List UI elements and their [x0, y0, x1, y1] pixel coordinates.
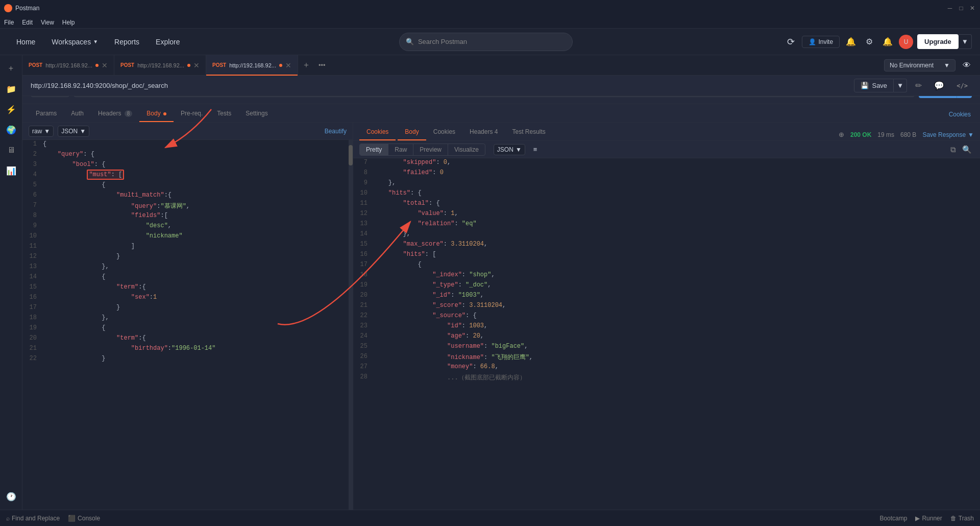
copy-icon-button[interactable]: ⧉: [948, 144, 958, 155]
save-response-label: Save Response: [922, 131, 966, 138]
response-body[interactable]: 7 "skipped": 0, 8 "failed": 0 9 }, 10 "h…: [353, 158, 980, 510]
tab1-url: http://192.168.92...: [45, 62, 92, 68]
resp-tab-body[interactable]: Body: [398, 124, 426, 140]
code-content: 1{ 2 "query": { 3 "bool": { 4 "must": [ …: [22, 140, 349, 510]
tab-3[interactable]: POST http://192.168.92... ✕: [206, 55, 298, 76]
resp-tab-cookies[interactable]: Cookies: [426, 124, 462, 140]
resp-line-24: 24 "age": 20,: [353, 332, 980, 342]
resp-tab-test-results[interactable]: Test Results: [505, 124, 552, 140]
request-tabs: Params Auth Headers 8 Body Pre-req. Test…: [22, 104, 980, 123]
search-box[interactable]: 🔍 Search Postman: [399, 33, 573, 51]
request-code-editor[interactable]: 1{ 2 "query": { 3 "bool": { 4 "must": [ …: [22, 140, 353, 510]
code-line-5: 5 {: [22, 181, 349, 191]
menubar: File Edit View Help: [0, 16, 980, 29]
search-placeholder: Search Postman: [418, 38, 467, 45]
sidebar-new-icon[interactable]: +: [2, 59, 20, 78]
language-selector[interactable]: JSON ▼: [58, 126, 89, 137]
request-body-panel: raw ▼ JSON ▼ Beautify 1{ 2 "query": { 3 …: [22, 123, 353, 510]
notifications-icon[interactable]: 🔔: [844, 35, 858, 49]
nav-home[interactable]: Home: [8, 34, 43, 50]
sidebar-history-icon[interactable]: 🕐: [2, 487, 20, 506]
beautify-button[interactable]: Beautify: [325, 124, 347, 139]
invite-button[interactable]: 👤Invite: [802, 36, 840, 48]
code-line-21: 21 "birthday":"1996-01-14": [22, 344, 349, 354]
app-name: Postman: [15, 5, 39, 12]
search-response-button[interactable]: 🔍: [960, 144, 974, 155]
raw-tab[interactable]: Raw: [388, 144, 413, 155]
req-body-toolbar: raw ▼ JSON ▼ Beautify: [22, 123, 353, 140]
menu-help[interactable]: Help: [62, 19, 75, 26]
sidebar-apis-icon[interactable]: ⚡: [2, 100, 20, 118]
sidebar-mockservers-icon[interactable]: 🖥: [2, 141, 20, 159]
runner-item[interactable]: ▶ Runner: [915, 515, 942, 522]
sync-icon[interactable]: ⟳: [783, 35, 798, 49]
find-replace-label: Find and Replace: [12, 515, 60, 522]
close-button[interactable]: ✕: [969, 5, 976, 12]
console-item[interactable]: ⬛ Console: [68, 515, 100, 522]
response-format-selector[interactable]: JSON ▼: [494, 144, 525, 155]
code-line-7: 7 "query":"慕课网",: [22, 201, 349, 211]
tab-1[interactable]: POST http://192.168.92... ✕: [22, 55, 114, 76]
tab3-method: POST: [212, 62, 226, 68]
resp-tab-cookies-left[interactable]: Cookies: [359, 124, 396, 140]
req-tab-settings[interactable]: Settings: [238, 106, 275, 122]
editor-scrollbar[interactable]: [349, 140, 353, 510]
resp-line-16: 16 "hits": [: [353, 250, 980, 260]
pretty-tab[interactable]: Pretty: [360, 144, 388, 155]
edit-icon-button[interactable]: ✏: [911, 79, 926, 92]
app-logo: [4, 4, 12, 12]
minimize-button[interactable]: ─: [946, 5, 953, 12]
preview-tab[interactable]: Preview: [413, 144, 448, 155]
req-tab-params[interactable]: Params: [29, 106, 64, 122]
req-tab-prereq[interactable]: Pre-req.: [174, 106, 210, 122]
tab-2[interactable]: POST http://192.168.92... ✕: [114, 55, 206, 76]
comment-icon-button[interactable]: 💬: [930, 79, 948, 92]
avatar-icon[interactable]: U: [899, 35, 913, 49]
maximize-button[interactable]: □: [958, 5, 965, 12]
sidebar-monitors-icon[interactable]: 📊: [2, 161, 20, 180]
upgrade-button[interactable]: Upgrade: [917, 34, 959, 49]
nav-reports[interactable]: Reports: [106, 34, 148, 50]
format-selector[interactable]: raw ▼: [29, 126, 54, 137]
new-tab-button[interactable]: ＋: [298, 60, 314, 70]
resp-line-28: 28 ...（截图底部已截断内容）: [353, 373, 980, 383]
settings-icon[interactable]: ⚙: [862, 35, 876, 49]
upgrade-dropdown[interactable]: ▼: [959, 34, 972, 49]
menu-view[interactable]: View: [41, 19, 54, 26]
menu-file[interactable]: File: [4, 19, 14, 26]
search-icon: 🔍: [406, 38, 414, 45]
nav-explore[interactable]: Explore: [148, 34, 188, 50]
more-tabs-button[interactable]: •••: [314, 61, 330, 69]
cookies-link[interactable]: Cookies: [946, 107, 974, 122]
menu-edit[interactable]: Edit: [22, 19, 33, 26]
format-icon[interactable]: ≡: [533, 146, 537, 153]
resp-line-13: 13 "relation": "eq": [353, 220, 980, 230]
req-tab-tests[interactable]: Tests: [210, 106, 238, 122]
resp-tab-headers[interactable]: Headers 4: [462, 124, 505, 140]
req-tab-auth[interactable]: Auth: [64, 106, 91, 122]
tab2-close[interactable]: ✕: [193, 61, 200, 69]
save-response-dropdown: ▼: [968, 131, 974, 138]
tab2-method: POST: [120, 62, 134, 68]
save-button[interactable]: 💾 Save: [854, 79, 894, 92]
nav-workspaces[interactable]: Workspaces ▼: [43, 34, 106, 50]
environment-selector[interactable]: No Environment ▼: [884, 59, 955, 71]
tab3-close[interactable]: ✕: [285, 61, 291, 69]
req-tab-headers[interactable]: Headers 8: [91, 106, 139, 122]
tab1-dot: [95, 64, 99, 67]
bootcamp-item[interactable]: Bootcamp: [879, 515, 907, 522]
env-dropdown-icon: ▼: [944, 62, 950, 69]
trash-item[interactable]: 🗑 Trash: [950, 515, 974, 522]
sidebar-collections-icon[interactable]: 📁: [2, 80, 20, 98]
code-icon-button[interactable]: </>: [952, 80, 972, 91]
save-dropdown-button[interactable]: ▼: [894, 79, 907, 92]
bell-icon[interactable]: 🔔: [880, 35, 895, 49]
req-tab-body[interactable]: Body: [139, 106, 174, 122]
save-response-button[interactable]: Save Response ▼: [922, 131, 974, 138]
find-replace-item[interactable]: ⌕ Find and Replace: [6, 515, 60, 522]
tab1-close[interactable]: ✕: [102, 61, 108, 69]
sidebar-environments-icon[interactable]: 🌍: [2, 121, 20, 139]
resp-line-27: 27 "money": 66.8,: [353, 363, 980, 373]
eye-icon[interactable]: 👁: [960, 58, 974, 73]
visualize-tab[interactable]: Visualize: [448, 144, 485, 155]
